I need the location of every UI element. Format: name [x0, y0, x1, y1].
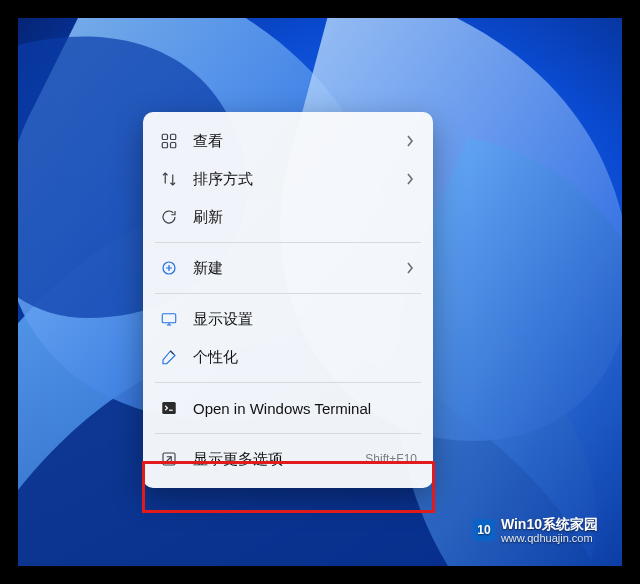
- menu-label: 新建: [193, 259, 403, 278]
- menu-item-personalize[interactable]: 个性化: [149, 338, 427, 376]
- menu-label: 查看: [193, 132, 403, 151]
- sort-icon: [159, 169, 179, 189]
- watermark-logo-icon: 10: [473, 519, 495, 541]
- chevron-right-icon: [403, 262, 417, 274]
- menu-divider: [155, 382, 421, 383]
- menu-divider: [155, 293, 421, 294]
- expand-icon: [159, 449, 179, 469]
- menu-item-sort[interactable]: 排序方式: [149, 160, 427, 198]
- chevron-right-icon: [403, 135, 417, 147]
- svg-rect-3: [162, 143, 167, 148]
- svg-rect-2: [171, 134, 176, 139]
- menu-label: 刷新: [193, 208, 417, 227]
- watermark: 10 Win10系统家园 www.qdhuajin.com: [473, 516, 598, 544]
- svg-rect-1: [162, 134, 167, 139]
- menu-label: 显示更多选项: [193, 450, 357, 469]
- watermark-url: www.qdhuajin.com: [501, 532, 598, 544]
- desktop-context-menu: 查看 排序方式: [143, 112, 433, 488]
- desktop[interactable]: 查看 排序方式: [18, 18, 622, 566]
- display-icon: [159, 309, 179, 329]
- menu-item-view[interactable]: 查看: [149, 122, 427, 160]
- menu-section-2: 新建: [149, 245, 427, 291]
- menu-label: 个性化: [193, 348, 417, 367]
- menu-section-3: 显示设置 个性化: [149, 296, 427, 380]
- menu-item-new[interactable]: 新建: [149, 249, 427, 287]
- menu-item-refresh[interactable]: 刷新: [149, 198, 427, 236]
- menu-shortcut: Shift+F10: [365, 452, 417, 466]
- menu-section-5: 显示更多选项 Shift+F10: [149, 436, 427, 482]
- chevron-right-icon: [403, 173, 417, 185]
- svg-rect-6: [162, 314, 176, 323]
- menu-label: Open in Windows Terminal: [193, 400, 417, 417]
- menu-section-4: Open in Windows Terminal: [149, 385, 427, 431]
- grid-icon: [159, 131, 179, 151]
- menu-divider: [155, 433, 421, 434]
- svg-rect-7: [162, 402, 176, 414]
- menu-label: 排序方式: [193, 170, 403, 189]
- menu-label: 显示设置: [193, 310, 417, 329]
- new-icon: [159, 258, 179, 278]
- watermark-logo-text: 10: [477, 523, 490, 537]
- menu-divider: [155, 242, 421, 243]
- refresh-icon: [159, 207, 179, 227]
- terminal-icon: [159, 398, 179, 418]
- svg-rect-4: [171, 143, 176, 148]
- brush-icon: [159, 347, 179, 367]
- letterbox: 查看 排序方式: [0, 0, 640, 584]
- menu-item-show-more-options[interactable]: 显示更多选项 Shift+F10: [149, 440, 427, 478]
- menu-item-open-terminal[interactable]: Open in Windows Terminal: [149, 389, 427, 427]
- menu-item-display-settings[interactable]: 显示设置: [149, 300, 427, 338]
- menu-section-1: 查看 排序方式: [149, 118, 427, 240]
